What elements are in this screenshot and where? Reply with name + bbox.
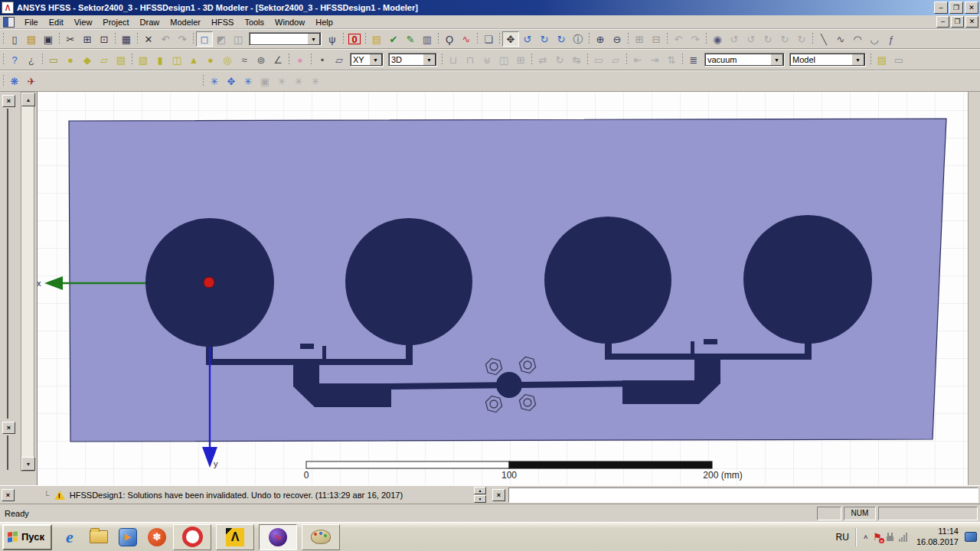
radiation-setup-icon[interactable]: ✈ (23, 73, 40, 89)
print-icon[interactable]: ▦ (118, 31, 135, 47)
draw-helix-icon[interactable]: ≈ (236, 52, 253, 67)
bool-subtract-icon[interactable]: ⊓ (462, 52, 479, 67)
view-orient-top-icon[interactable]: ↺ (726, 31, 743, 47)
title-bar[interactable]: Λ ANSYS HFSS - Sektor2400_3 - HFSSDesign… (0, 0, 980, 15)
menu-item-draw[interactable]: Draw (135, 17, 165, 28)
patch-circle[interactable] (743, 215, 872, 344)
minimize-button[interactable]: – (934, 2, 948, 14)
analyze-icon[interactable]: ✎ (402, 31, 419, 47)
scroll-up-icon[interactable]: ▲ (21, 93, 35, 106)
cs-create-icon[interactable]: ✳ (206, 73, 223, 89)
sheet-thicken-icon[interactable]: ▤ (874, 52, 890, 67)
project-panel-close-icon[interactable]: × (2, 95, 15, 107)
quicklaunch-explorer-icon[interactable] (87, 526, 110, 549)
modeler-3d-viewport[interactable]: xy0100200 (mm) (37, 92, 968, 485)
draw-bondwire-icon[interactable]: ● (292, 52, 309, 67)
save-file-icon[interactable]: ▣ (40, 31, 57, 47)
layers-icon[interactable]: ≣ (685, 52, 702, 67)
draw-spiral-icon[interactable]: ⊚ (253, 52, 270, 67)
rotate-screen-icon[interactable]: ↻ (553, 31, 570, 47)
progress-close-icon[interactable]: × (492, 489, 505, 501)
feed-trace[interactable] (322, 346, 326, 361)
restore-button[interactable]: ❐ (949, 2, 963, 14)
taskbar-hfss-button[interactable]: ∿ (259, 524, 297, 550)
taskbar-lambda-app-button[interactable]: Λ (216, 524, 254, 550)
validate-icon[interactable]: ✔ (385, 31, 402, 47)
draw-circle-icon[interactable]: ● (62, 52, 79, 67)
draw-sphere-icon[interactable]: ● (202, 52, 219, 67)
mdi-close-button[interactable]: ✕ (965, 16, 978, 28)
draw-tube-icon[interactable]: ◫ (168, 52, 185, 67)
draw-polyline-3d-icon[interactable]: ∠ (270, 52, 286, 67)
cs-rotate-icon[interactable]: ✳ (307, 73, 324, 89)
draw-cone-icon[interactable]: ▲ (185, 52, 202, 67)
draw-arc-3pt-icon[interactable]: ◡ (866, 31, 883, 47)
draw-plane-icon[interactable]: ▱ (331, 52, 348, 67)
language-indicator[interactable]: RU (830, 532, 855, 543)
cs-relative-icon[interactable]: ✳ (273, 73, 290, 89)
menu-item-help[interactable]: Help (310, 17, 338, 28)
chevron-down-icon[interactable]: ▼ (423, 54, 436, 66)
drawing-plane-combo[interactable]: XY▼ (350, 53, 384, 67)
power-plug-icon[interactable] (887, 533, 893, 541)
open-file-icon[interactable]: ▤ (23, 31, 40, 47)
menu-item-window[interactable]: Window (270, 17, 310, 28)
mdi-restore-button[interactable]: ❐ (951, 16, 964, 28)
menu-item-project[interactable]: Project (97, 17, 134, 28)
search-icon[interactable]: Ϙ (441, 31, 458, 47)
view-redo-icon[interactable]: ↷ (687, 31, 704, 47)
edit-sources-icon[interactable]: ▤ (368, 31, 385, 47)
bool-split-icon[interactable]: ◫ (495, 52, 512, 67)
help-context-icon[interactable]: ? (6, 52, 23, 67)
menu-item-modeler[interactable]: Modeler (165, 17, 206, 28)
wireframe-icon[interactable]: ▭ (890, 52, 907, 67)
tray-chevron-icon[interactable]: ∧ (863, 533, 868, 540)
draw-arc-center-icon[interactable]: ◠ (849, 31, 866, 47)
menu-item-hfss[interactable]: HFSS (206, 17, 239, 28)
fit-view-icon[interactable]: ⊟ (648, 31, 665, 47)
select-face-icon[interactable]: ◩ (213, 31, 230, 47)
view-orient-right-icon[interactable]: ↻ (776, 31, 793, 47)
feed-trace[interactable] (704, 339, 717, 344)
zoom-in-icon[interactable]: ⊕ (592, 31, 609, 47)
chevron-down-icon[interactable]: ▼ (851, 54, 864, 66)
feed-trace[interactable] (206, 359, 413, 365)
draw-cylinder-icon[interactable]: ▮ (152, 52, 168, 67)
center-via[interactable] (496, 372, 522, 398)
offset-icon[interactable]: ⇥ (646, 52, 663, 67)
start-button[interactable]: Пуск (2, 524, 52, 550)
vertical-scrollbar[interactable]: ▲ ▼ (21, 92, 34, 471)
security-alert-flag-icon[interactable]: ⚑× (873, 531, 882, 543)
object-info-icon[interactable]: ⓘ (570, 31, 586, 47)
menu-item-view[interactable]: View (69, 17, 98, 28)
menu-item-tools[interactable]: Tools (239, 17, 270, 28)
patch-circle[interactable] (345, 218, 472, 345)
draw-equation-curve-icon[interactable]: ƒ (883, 31, 900, 47)
redo-icon[interactable]: ↷ (174, 31, 191, 47)
help-whatsthis-icon[interactable]: ¿ (23, 52, 40, 67)
cs-offset-icon[interactable]: ✳ (290, 73, 307, 89)
pan-icon[interactable]: ✥ (502, 31, 519, 47)
cs-face-icon[interactable]: ✥ (223, 73, 240, 89)
tray-clock[interactable]: 11:14 16.08.2017 (916, 527, 959, 548)
draw-spline-icon[interactable]: ∿ (832, 31, 849, 47)
quicklaunch-mediaplayer-icon[interactable]: ▶ (116, 526, 139, 549)
menu-item-file[interactable]: File (19, 17, 44, 28)
scale-icon[interactable]: ⇤ (629, 52, 646, 67)
draw-rectangle-icon[interactable]: ▭ (45, 52, 62, 67)
view-orient-bottom-icon[interactable]: ↺ (743, 31, 760, 47)
chevron-down-icon[interactable]: ▼ (307, 33, 320, 45)
feed-trace[interactable] (605, 354, 812, 360)
probe-feed-point[interactable] (204, 277, 214, 288)
copy-icon[interactable]: ⊞ (79, 31, 96, 47)
patch-circle[interactable] (544, 217, 671, 344)
mdi-minimize-button[interactable]: – (936, 16, 949, 28)
mdi-document-icon[interactable] (3, 17, 15, 28)
results-icon[interactable]: ▥ (419, 31, 436, 47)
view-orient-iso-icon[interactable]: ◉ (709, 31, 726, 47)
duplicate-line-icon[interactable]: ▭ (590, 52, 607, 67)
quicklaunch-ie-icon[interactable]: e (58, 526, 81, 549)
menu-item-edit[interactable]: Edit (44, 17, 69, 28)
select-object-icon[interactable]: ◻ (196, 31, 213, 47)
copy-image-icon[interactable]: ❏ (480, 31, 497, 47)
